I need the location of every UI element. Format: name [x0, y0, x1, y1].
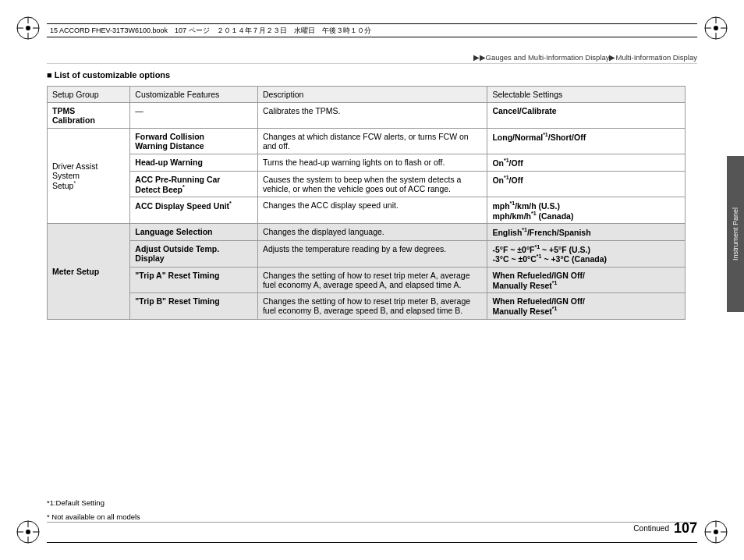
footer-note1: *1:Default Setting — [47, 498, 105, 507]
col-header-description: Description — [257, 87, 487, 103]
description-cell: Adjusts the temperature reading by a few… — [257, 240, 487, 267]
settings-cell: When Refueled/IGN Off/Manually Reset*1 — [487, 267, 686, 293]
description-cell: Turns the head-up warning lights on to f… — [257, 154, 487, 172]
description-cell: Changes at which distance FCW alerts, or… — [257, 129, 487, 154]
continued-label: Continued — [633, 524, 669, 533]
col-header-features: Customizable Features — [130, 87, 258, 103]
corner-decoration-br — [702, 518, 730, 546]
settings-cell: On*1/Off — [487, 154, 686, 172]
side-tab-label: Instrument Panel — [732, 207, 739, 261]
footer-note2: * Not available on all models — [47, 512, 140, 521]
table-row: ACC Pre-Running CarDetect Beep* Causes t… — [48, 171, 686, 197]
settings-cell: Cancel/Calibrate — [487, 103, 686, 129]
description-cell: Changes the ACC display speed unit. — [257, 197, 487, 224]
col-header-setup-group: Setup Group — [48, 87, 130, 103]
feature-cell: Language Selection — [130, 224, 258, 241]
section-title: ■ List of customizable options — [47, 70, 686, 80]
description-cell: Causes the system to beep when the syste… — [257, 171, 487, 197]
corner-decoration-bl — [14, 518, 42, 546]
table-row: "Trip B" Reset Timing Changes the settin… — [48, 293, 686, 320]
table-row: Driver AssistSystemSetup* Forward Collis… — [48, 129, 686, 154]
footer-line-bottom — [47, 542, 697, 543]
feature-cell: "Trip B" Reset Timing — [130, 293, 258, 320]
settings-cell: Long/Normal*1/Short/Off — [487, 129, 686, 154]
page-number: 107 — [674, 520, 697, 537]
svg-point-7 — [714, 26, 718, 30]
table-row: Meter Setup Language Selection Changes t… — [48, 224, 686, 241]
svg-point-19 — [714, 530, 718, 534]
top-header: 15 ACCORD FHEV-31T3W6100.book 107 ページ ２０… — [47, 23, 697, 37]
group-cell: Meter Setup — [48, 224, 130, 320]
feature-cell: ACC Display Speed Unit* — [130, 197, 258, 224]
feature-cell: "Trip A" Reset Timing — [130, 267, 258, 293]
settings-cell: When Refueled/IGN Off/Manually Reset*1 — [487, 293, 686, 320]
svg-point-1 — [26, 26, 30, 30]
settings-cell: English*1/French/Spanish — [487, 224, 686, 241]
header-text: 15 ACCORD FHEV-31T3W6100.book 107 ページ ２０… — [50, 26, 371, 36]
feature-cell: Forward CollisionWarning Distance — [130, 129, 258, 154]
footer-continued: Continued 107 — [633, 520, 697, 537]
group-cell: Driver AssistSystemSetup* — [48, 129, 130, 224]
col-header-settings: Selectable Settings — [487, 87, 686, 103]
feature-cell: — — [130, 103, 258, 129]
footer-line-top — [47, 522, 697, 523]
corner-decoration-tl — [14, 14, 42, 42]
description-cell: Changes the setting of how to reset trip… — [257, 267, 487, 293]
table-row: Head-up Warning Turns the head-up warnin… — [48, 154, 686, 172]
description-cell: Changes the displayed language. — [257, 224, 487, 241]
table-row: TPMSCalibration — Calibrates the TPMS. C… — [48, 103, 686, 129]
options-table: Setup Group Customizable Features Descri… — [47, 86, 686, 320]
settings-cell: On*1/Off — [487, 171, 686, 197]
table-row: ACC Display Speed Unit* Changes the ACC … — [48, 197, 686, 224]
description-cell: Changes the setting of how to reset trip… — [257, 293, 487, 320]
svg-point-13 — [26, 530, 30, 534]
breadcrumb: ▶▶Gauges and Multi-Information Display▶M… — [47, 53, 697, 64]
corner-decoration-tr — [702, 14, 730, 42]
description-cell: Calibrates the TPMS. — [257, 103, 487, 129]
main-content: ■ List of customizable options Setup Gro… — [47, 70, 686, 513]
table-row: "Trip A" Reset Timing Changes the settin… — [48, 267, 686, 293]
group-cell: TPMSCalibration — [48, 103, 130, 129]
feature-cell: Adjust Outside Temp.Display — [130, 240, 258, 267]
feature-cell: ACC Pre-Running CarDetect Beep* — [130, 171, 258, 197]
side-tab: Instrument Panel — [727, 156, 744, 312]
settings-cell: -5°F ~ ±0°F*1 ~ +5°F (U.S.)-3°C ~ ±0°C*1… — [487, 240, 686, 267]
feature-cell: Head-up Warning — [130, 154, 258, 172]
settings-cell: mph*1/km/h (U.S.)mph/km/h*1 (Canada) — [487, 197, 686, 224]
table-row: Adjust Outside Temp.Display Adjusts the … — [48, 240, 686, 267]
